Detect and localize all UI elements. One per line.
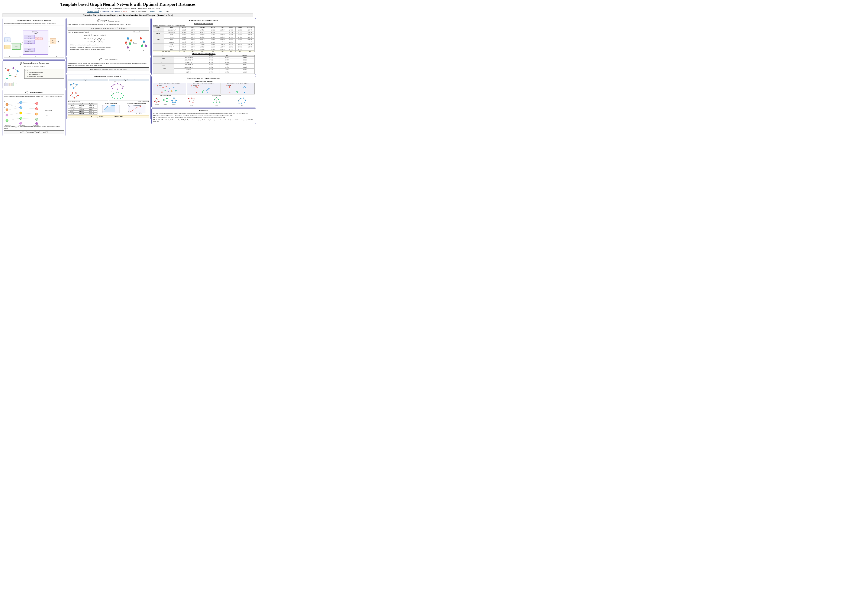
ga-v3-m: 94.4(3.1) — [203, 60, 219, 62]
v-dg-pro: 76.9(4.3) — [208, 39, 218, 40]
svg-line-137 — [117, 84, 121, 84]
ga-v7-p: 68.7(5.5) — [219, 67, 236, 69]
v-wegl-mutag: 91.0(3.1) — [180, 34, 188, 35]
tfgw-main-formula: TFGW_{𝒢̄,α}(𝒢ᵢ) = [FGW_α(Cᵢ, φᵤ(Fᵢ), hᵢ;… — [68, 26, 149, 31]
t2-svg — [162, 96, 169, 104]
svg-line-125 — [74, 96, 78, 98]
skip-sample0: sample y=4 (11 hops) — [110, 81, 149, 82]
svg-line-116 — [74, 85, 77, 88]
svg-point-60 — [6, 114, 8, 116]
row-drogin: DroGIN 89.8(6.7) 62.3(6.9) 65.7(7.7) 76.… — [153, 39, 254, 40]
v-fgwsp-nci: 72.8(1.5) — [218, 45, 227, 47]
v-wl-pro: 74.0(3.6) — [208, 47, 218, 49]
v-wegl-col: 79.6(0.9) — [245, 34, 254, 35]
pca-title-1: PCA in the FGW embedding for PTC with No… — [153, 83, 186, 84]
svg-text:F: F — [10, 82, 11, 83]
ref-1-num: [1] — [153, 113, 154, 114]
v-ps-col: 72.1(2.7) — [245, 35, 254, 37]
class1-label: Class 1 — [229, 105, 254, 106]
v-sp-col: 78.1(1.5) — [245, 37, 254, 39]
cycle-svg-0 — [68, 83, 81, 90]
row-diffpool: DIFFPOOL 82.6(1.2) 63.6(3.8) 62.2(5.7) 7… — [153, 42, 254, 44]
label-prediction-box: 4 Label Prediction Final MLP ψᵥ predicti… — [66, 57, 150, 74]
tfgw-k-label1: TFGW with K = #labels — [68, 101, 80, 102]
affil-ens: ENS de Lyon — [138, 11, 146, 12]
affiliations-row: 3iA Côte d'Azur | UNIVERSITÉ CÔTE D'AZUR… — [3, 10, 253, 12]
cell-otgnn-sc: 0.10(0.00) — [86, 109, 97, 111]
bullet-2: Learned α weighing the importance betwee… — [70, 46, 122, 48]
v-wegl-enz: 66.0(2.0) — [197, 34, 208, 35]
ref-list: [1] T. Vayer, N. Courty, R. Tavenard, an… — [153, 113, 254, 122]
svg-line-124 — [76, 93, 78, 96]
row-otgnn: OT-GNN 0.50(0.00) 0.10(0.00) — [68, 109, 98, 111]
svg-point-174 — [163, 87, 164, 88]
ref-3: [3] K. Xu, W. Hu, J. Leskovec, and S. Je… — [153, 117, 254, 119]
v-otgnn-mutag: 91.0(4.2) — [180, 32, 188, 34]
svg-text:C: C — [5, 82, 6, 83]
affil-sep3: | — [129, 11, 129, 12]
v-otgnn-im: 51.4(3.0) — [236, 32, 245, 34]
ga-row5: Ours TFGW ADJ (L=4) 96.1(4.3) 72.4(5.7) … — [153, 64, 254, 65]
graphs-distributions-box: 1 Graphs as Discrete Distributions — [3, 60, 65, 89]
class-0: Class 0 — [179, 96, 204, 106]
cell-tfgwsp-4c: 0.63(0.11) — [77, 107, 86, 109]
exp-real-title: Experiments on real-world datasets — [153, 19, 254, 22]
pca-plot-1: PCA in the FGW embedding for PTC with No… — [153, 83, 186, 95]
v-wegl-ib: 66.1(2.1) — [227, 34, 236, 35]
ga-v4-p: 68.3(6.0) — [219, 62, 236, 64]
svg-point-194 — [203, 90, 204, 91]
v-wwl-ib: 73.1(4.0) — [227, 49, 236, 51]
svg-point-152 — [112, 97, 113, 98]
svg-line-226 — [164, 100, 167, 102]
svg-line-44 — [14, 68, 18, 71]
svg-line-8 — [11, 41, 12, 45]
v-dg-im: 51.6(2.7) — [236, 39, 245, 40]
svg-point-133 — [117, 89, 118, 90]
tfgw-pooling-box: 3 TFGW Pooling Layer Graph 𝒢ᵢ encoded vi… — [66, 18, 150, 56]
m-ot-gnn: OT-GNN (L=2) — [164, 32, 179, 34]
row-ppgn: PPGN 90.1(3.5) 66.4(6.6) 66.8(1.8) 82.1(… — [153, 40, 254, 42]
svg-line-113 — [71, 84, 74, 85]
references-box: References [1] T. Vayer, N. Courty, R. T… — [151, 108, 256, 124]
performances-text: Performances measured by means of accura… — [153, 25, 254, 26]
svg-line-47 — [10, 76, 16, 76]
v-otgnn-col: 80.7(2.9) — [245, 32, 254, 34]
cell-ppgn-name: PPGN — [68, 113, 77, 115]
ga-v10-m: 90.1(4.4) — [203, 72, 219, 74]
where-text: where for any two graphs 𝒢 and 𝒢̄, — [68, 31, 122, 34]
ga-m7: TFGW ADJ (L=4) — [174, 67, 203, 69]
cell-tfgwsp-sc: 1.00(0.00) — [86, 107, 97, 109]
row-ot-gnn: OT reth. OT-GNN (L=2) 91.0(4.2) 66.6(7.3… — [153, 32, 254, 34]
svg-point-204 — [229, 87, 230, 88]
ga-row3: φᵤ = GAT TFGW ADJ (L=2) 94.4(3.1) 66.0(5… — [153, 60, 254, 62]
template-grid: Template 1 — [153, 96, 178, 105]
skip-svg-1 — [110, 92, 125, 99]
ga-m2: TFGW ADJ (L=2) — [174, 59, 203, 60]
gain-nci: +2.1 — [218, 51, 227, 52]
ga-v6-p: 70.8(5.1) — [219, 65, 236, 67]
m-diffpool: DIFFPOOL — [164, 42, 179, 44]
svg-line-30 — [20, 42, 23, 47]
tfgw-formulas: where for any two graphs 𝒢 and 𝒢̄, FGWα(… — [68, 31, 122, 51]
tfgw-svg: hi Ci Fi GNN φ — [4, 26, 64, 57]
v-wwl-mutag: 86.3(7.9) — [180, 49, 188, 51]
svg-text:𝒢: 𝒢 — [5, 68, 6, 70]
v-dp-mutag: 82.6(1.2) — [180, 42, 188, 44]
cell-ppgn-sc: 0.99(0.11) — [86, 113, 97, 115]
pca-plot-3: PCA in the FGW embedding for PTC with 2 … — [221, 83, 254, 95]
gnn-arch-subtitle: Effect of different GNN architectures — [153, 53, 254, 54]
svg-point-66 — [19, 101, 22, 104]
cell-drogin-sc: 0.82(0.28) — [86, 111, 97, 113]
ga-v6-m: 91.8(3.5) — [203, 65, 219, 67]
svg-line-252 — [214, 98, 217, 99]
graph-properties: C node relationships matrix F node featu… — [27, 71, 64, 78]
svg-line-105 — [142, 42, 144, 46]
svg-text:(C, F̄, h̄): (C, F̄, h̄) — [34, 33, 37, 34]
pca-svg-3: ★ ★ ★ 6 templates — [221, 83, 254, 94]
v-fgw-ptc: 65.3(4.9) — [188, 44, 197, 45]
svg-text:TFGW layer: TFGW layer — [32, 31, 39, 33]
label-pred-text: Final MLP ψᵥ predicting label ȳᵢ from ou… — [68, 62, 149, 67]
class-1: Class 1 — [229, 96, 254, 106]
svg-point-59 — [6, 109, 8, 111]
results-header: category model MUTAG PTC ENZYMES PROTEIN… — [153, 26, 254, 28]
